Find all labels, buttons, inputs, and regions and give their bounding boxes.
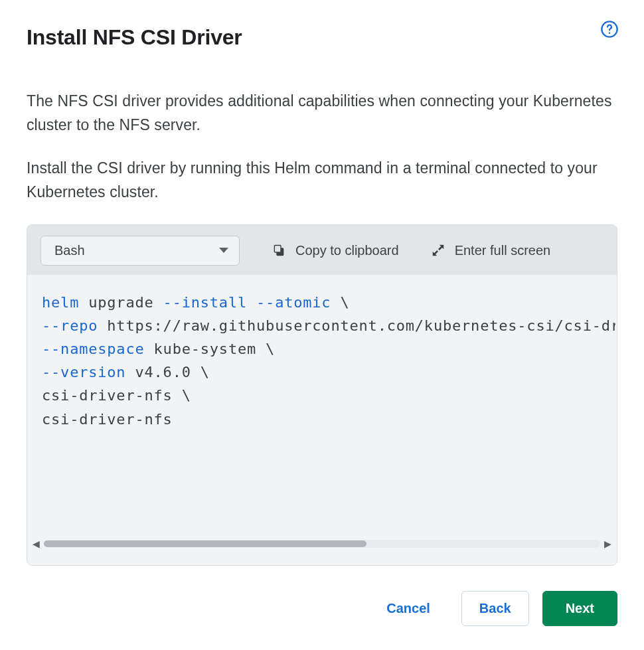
language-select-value: Bash [54,243,85,258]
code-block: Bash Copy to clipboard Enter full screen [27,224,617,566]
scroll-left-icon[interactable]: ◀ [33,538,40,549]
chevron-down-icon [219,248,228,253]
svg-rect-4 [275,246,280,252]
enter-fullscreen-button[interactable]: Enter full screen [431,243,551,258]
intro-paragraph-1: The NFS CSI driver provides additional c… [27,90,617,137]
copy-label: Copy to clipboard [295,243,399,258]
code-scroll-region[interactable]: helm upgrade --install --atomic \ --repo… [29,291,615,537]
intro-paragraph-2: Install the CSI driver by running this H… [27,157,617,204]
page-title: Install NFS CSI Driver [27,25,617,50]
scrollbar-thumb[interactable] [44,540,366,547]
next-button[interactable]: Next [542,591,617,626]
fullscreen-icon [431,243,445,258]
horizontal-scrollbar[interactable]: ◀ ▶ [29,537,615,550]
scroll-right-icon[interactable]: ▶ [604,538,611,549]
dialog-footer: Cancel Back Next [27,591,617,626]
svg-point-1 [609,33,611,35]
help-icon [600,20,619,39]
cancel-button[interactable]: Cancel [368,591,448,626]
fullscreen-label: Enter full screen [455,243,551,258]
code-toolbar: Bash Copy to clipboard Enter full screen [27,225,617,275]
scrollbar-track[interactable] [44,540,600,548]
back-button[interactable]: Back [461,591,529,626]
code-text: helm upgrade --install --atomic \ --repo… [29,291,615,537]
help-button[interactable] [599,19,620,40]
code-body: helm upgrade --install --atomic \ --repo… [27,275,617,565]
dialog-root: Install NFS CSI Driver The NFS CSI drive… [0,0,644,650]
copy-icon [272,243,286,258]
language-select[interactable]: Bash [40,236,240,266]
copy-to-clipboard-button[interactable]: Copy to clipboard [272,243,399,258]
